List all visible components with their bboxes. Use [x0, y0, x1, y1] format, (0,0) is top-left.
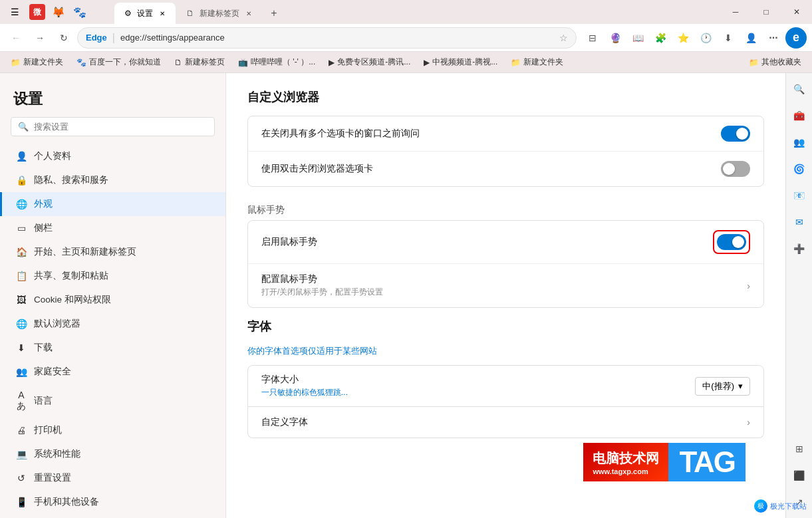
right-panel-window-btn[interactable]: ⬛ [789, 465, 810, 486]
profile-btn[interactable]: 👤 [740, 27, 761, 49]
browser-icon-hao: 🦊 [51, 4, 67, 20]
bookmark-baidu[interactable]: 🐾 百度一下，你就知道 [71, 55, 166, 69]
collection-btn[interactable]: ⭐ [672, 27, 694, 49]
confirm-close-row: 在关闭具有多个选项卡的窗口之前询问 [248, 116, 763, 152]
sidebar-item-accessibility[interactable]: ♿ 辅助功能 [0, 514, 225, 518]
settings-tab-close[interactable]: ✕ [157, 8, 168, 19]
sidebar-item-cookies[interactable]: 🖼 Cookie 和网站权限 [0, 288, 225, 312]
back-button[interactable]: ← [5, 27, 27, 49]
split-screen-btn[interactable]: ⊟ [582, 27, 603, 49]
copilot-btn[interactable]: 🔮 [605, 27, 626, 49]
sidebar-item-start[interactable]: 🏠 开始、主页和新建标签页 [0, 240, 225, 264]
font-custom-label: 自定义字体 [261, 416, 308, 428]
bookmark-tencent2[interactable]: ▶ 中视频频道-腾视... [418, 55, 503, 69]
sidebar-icon: ▭ [15, 223, 27, 233]
sidebar-item-family[interactable]: 👥 家庭安全 [0, 360, 225, 384]
sidebar-item-browser[interactable]: 🌐 默认浏览器 [0, 312, 225, 336]
history-btn[interactable]: 🕐 [695, 27, 716, 49]
extensions-btn[interactable]: 🧩 [650, 27, 671, 49]
sidebar-item-download[interactable]: ⬇ 下载 [0, 336, 225, 360]
bookmark-newtab[interactable]: 🗋 新建标签页 [169, 55, 230, 69]
mobile-icon: 📱 [15, 497, 27, 507]
sidebar-item-mobile[interactable]: 📱 手机和其他设备 [0, 490, 225, 514]
tab-settings[interactable]: ⚙ 设置 ✕ [114, 3, 176, 24]
sidebar-item-system[interactable]: 💻 系统和性能 [0, 442, 225, 466]
sidebar-item-print[interactable]: 🖨 打印机 [0, 418, 225, 442]
sidebar-item-label-family: 家庭安全 [34, 366, 71, 378]
reset-icon: ↺ [15, 473, 27, 483]
read-btn[interactable]: 📖 [627, 27, 648, 49]
font-title: 字体 [247, 319, 764, 334]
sidebar-item-appearance[interactable]: 🌐 外观 [0, 192, 225, 216]
sidebar-item-reset[interactable]: ↺ 重置设置 [0, 466, 225, 490]
address-box[interactable]: Edge | edge://settings/appearance ☆ [77, 27, 577, 49]
right-panel-outlook-btn[interactable]: 📧 [789, 185, 810, 206]
bookmark-label-tencent2: 中视频频道-腾视... [432, 57, 497, 68]
sidebar-item-language[interactable]: Aあ 语言 [0, 384, 225, 418]
search-input[interactable] [34, 122, 207, 132]
browser-icon: 🌐 [15, 319, 27, 329]
title-bar: ☰ 微 🦊 🐾 ⚙ 设置 ✕ 🗋 新建标签页 ✕ + ─ □ ✕ [0, 0, 812, 24]
newtab-tab-close[interactable]: ✕ [243, 8, 254, 19]
right-panel-search-btn[interactable]: 🔍 [789, 78, 810, 100]
sidebar-item-privacy[interactable]: 🔒 隐私、搜索和服务 [0, 168, 225, 192]
family-icon: 👥 [15, 366, 27, 377]
aurora-label: 极光下载站 [770, 501, 807, 511]
newtab-tab-icon: 🗋 [185, 8, 196, 19]
privacy-icon: 🔒 [15, 175, 27, 186]
right-panel-tools-btn[interactable]: 🧰 [789, 105, 810, 126]
minimize-button[interactable]: ─ [720, 0, 751, 24]
bookmark-tencent1[interactable]: ▶ 免费专区频道-腾讯... [323, 55, 416, 69]
print-icon: 🖨 [15, 425, 27, 436]
edge-logo-btn[interactable]: e [785, 27, 807, 49]
edge-brand-icon: Edge [86, 33, 107, 43]
double-click-close-label: 使用双击关闭浏览器选项卡 [261, 163, 721, 175]
font-custom-row[interactable]: 自定义字体 › [247, 407, 764, 438]
confirm-close-toggle[interactable] [721, 126, 750, 142]
sidebar-item-sidebar[interactable]: ▭ 侧栏 [0, 216, 225, 240]
maximize-button[interactable]: □ [751, 0, 781, 24]
right-panel-people-btn[interactable]: 👥 [789, 132, 810, 153]
more-btn[interactable]: ··· [763, 27, 784, 49]
favorite-icon[interactable]: ☆ [559, 33, 568, 43]
bookmark-folder-1[interactable]: 📁 新建文件夹 [5, 55, 68, 69]
right-panel-edge-btn[interactable]: 🌀 [789, 158, 810, 180]
settings-sidebar: 设置 🔍 👤 个人资料 🔒 隐私、搜索和服务 🌐 外观 ▭ 侧栏 🏠 开始、主页… [0, 73, 226, 518]
right-panel-send-btn[interactable]: ✉ [789, 211, 810, 233]
tab-newtab[interactable]: 🗋 新建标签页 ✕ [177, 3, 262, 24]
refresh-button[interactable]: ↻ [53, 27, 74, 49]
download-btn[interactable]: ⬇ [718, 27, 739, 49]
sidebar-item-label-language: 语言 [34, 395, 53, 407]
sidebar-item-label-appearance: 外观 [34, 198, 53, 210]
browser-icon-baidu: 🐾 [72, 4, 88, 20]
enable-gesture-toggle[interactable] [717, 234, 746, 250]
bookmark-other-label: 其他收藏夹 [761, 57, 801, 68]
bookmark-other[interactable]: 📁 其他收藏夹 [744, 55, 807, 69]
enable-gesture-label: 启用鼠标手势 [261, 236, 713, 248]
double-click-close-right [721, 161, 750, 177]
forward-button[interactable]: → [29, 27, 51, 49]
double-click-close-toggle[interactable] [721, 161, 750, 177]
bookmark-bilibili[interactable]: 📺 哔哩哔哩（ '-' ）... [233, 55, 321, 69]
sidebar-search-box[interactable]: 🔍 [11, 117, 215, 136]
font-size-row: 字体大小 一只敏捷的棕色狐狸跳... 中(推荐) ▾ [247, 365, 764, 407]
start-icon: 🏠 [15, 247, 27, 257]
tab-area: ⚙ 设置 ✕ 🗋 新建标签页 ✕ + [88, 0, 720, 24]
bookmark-folder-2[interactable]: 📁 新建文件夹 [505, 55, 569, 69]
sidebar-item-label-privacy: 隐私、搜索和服务 [34, 174, 108, 186]
font-size-text: 字体大小 一只敏捷的棕色狐狸跳... [261, 374, 348, 398]
sidebar-item-label-start: 开始、主页和新建标签页 [34, 246, 136, 258]
close-button[interactable]: ✕ [781, 0, 812, 24]
font-size-select[interactable]: 中(推荐) ▾ [695, 377, 750, 396]
sidebar-item-profile[interactable]: 👤 个人资料 [0, 144, 225, 168]
bookmarks-bar: 📁 新建文件夹 🐾 百度一下，你就知道 🗋 新建标签页 📺 哔哩哔哩（ '-' … [0, 52, 812, 73]
config-gesture-row[interactable]: 配置鼠标手势 打开/关闭鼠标手势，配置手势设置 › [248, 264, 763, 307]
new-tab-button[interactable]: + [265, 4, 283, 23]
cookies-icon: 🖼 [15, 295, 27, 305]
sidebar-item-share[interactable]: 📋 共享、复制和粘贴 [0, 264, 225, 288]
bilibili-icon: 📺 [238, 58, 248, 67]
right-panel-add-btn[interactable]: ➕ [789, 238, 810, 259]
sidebar-toggle-btn[interactable]: ☰ [5, 3, 24, 21]
right-panel-grid-btn[interactable]: ⊞ [789, 438, 810, 459]
sidebar-item-label-sidebar: 侧栏 [34, 222, 53, 234]
